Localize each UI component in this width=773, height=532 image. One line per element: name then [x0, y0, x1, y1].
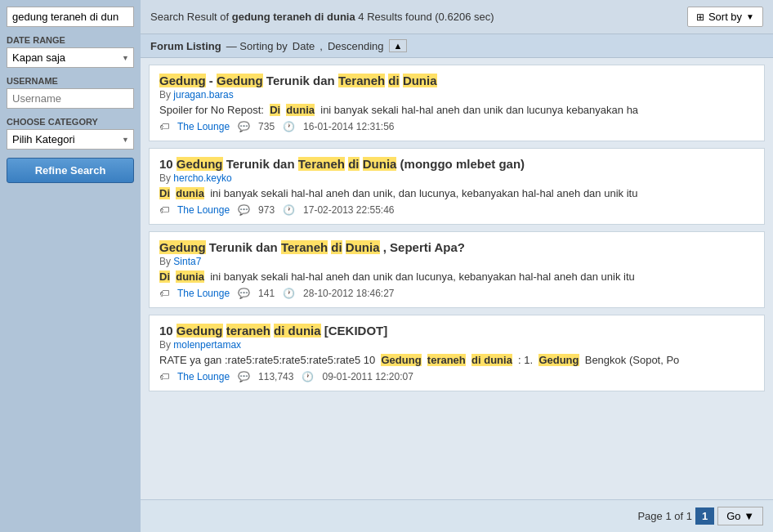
result-item: 10 Gedung teraneh di dunia [CEKIDOT] By … — [149, 315, 765, 391]
category-link-4[interactable]: The Lounge — [177, 371, 230, 382]
result-by-3: By Sinta7 — [159, 256, 754, 267]
results-area: Gedung - Gedung Terunik dan Teraneh di D… — [141, 58, 773, 499]
result-meta-2: 🏷 The Lounge 💬 973 🕐 17-02-2013 22:55:46 — [159, 204, 754, 216]
date-1: 16-01-2014 12:31:56 — [303, 121, 394, 132]
title-highlight: Dunia — [403, 74, 437, 87]
pagination-bar: Page 1 of 1 1 Go ▼ — [141, 499, 773, 532]
result-title-3: Gedung Terunik dan Teraneh di Dunia , Se… — [159, 240, 754, 254]
result-snippet-1: Spoiler for No Repost: Di dunia ini bany… — [159, 104, 754, 116]
result-snippet-3: Di dunia ini banyak sekali hal-hal aneh … — [159, 270, 754, 283]
username-label: USERNAME — [7, 76, 134, 86]
tag-icon: 🏷 — [159, 204, 169, 216]
forum-listing-bar: Forum Listing — Sorting by Date, Descend… — [141, 34, 773, 58]
result-title-1: Gedung - Gedung Terunik dan Teraneh di D… — [159, 74, 754, 87]
result-item: Gedung Terunik dan Teraneh di Dunia , Se… — [149, 231, 765, 308]
date-4: 09-01-2011 12:20:07 — [322, 371, 413, 382]
main-content: Search Result of gedung teraneh di dunia… — [141, 0, 773, 532]
results-count: 4 Results found — [358, 11, 431, 23]
result-item: 10 Gedung Terunik dan Teraneh di Dunia (… — [149, 148, 765, 225]
username-section: USERNAME — [7, 76, 134, 109]
sort-field: Date — [293, 40, 315, 52]
search-term: gedung teraneh di dunia — [232, 11, 355, 23]
date-range-select[interactable]: Kapan saja Today This Week This Month Th… — [7, 47, 134, 68]
clock-icon: 🕐 — [283, 121, 295, 132]
reply-count-3: 141 — [258, 288, 275, 299]
author-link-3[interactable]: Sinta7 — [173, 256, 201, 267]
go-button[interactable]: Go ▼ — [717, 507, 763, 525]
grid-icon: ⊞ — [696, 11, 704, 23]
result-prefix: Search Result of — [150, 11, 229, 23]
clock-icon: 🕐 — [283, 204, 295, 216]
result-title-2: 10 Gedung Terunik dan Teraneh di Dunia (… — [159, 157, 754, 171]
top-bar: Search Result of gedung teraneh di dunia… — [141, 0, 773, 34]
page-number-button[interactable]: 1 — [695, 507, 714, 525]
date-3: 28-10-2012 18:46:27 — [303, 288, 394, 299]
page-label: Page 1 of 1 — [637, 510, 692, 522]
author-link-2[interactable]: hercho.keyko — [173, 172, 231, 184]
refine-search-button[interactable]: Refine Search — [7, 158, 134, 183]
category-link-3[interactable]: The Lounge — [177, 288, 230, 299]
sort-direction: Descending — [328, 40, 384, 52]
date-2: 17-02-2013 22:55:46 — [303, 204, 394, 216]
username-input[interactable] — [7, 88, 134, 109]
category-select[interactable]: Pilih Kategori The Lounge Other — [7, 129, 134, 150]
result-snippet-2: Di dunia ini banyak sekali hal-hal aneh … — [159, 187, 754, 199]
result-snippet-4: RATE ya gan :rate5:rate5:rate5:rate5:rat… — [159, 354, 754, 366]
sort-label: Sort by — [708, 11, 742, 23]
category-label: CHOOSE CATEGORY — [7, 117, 134, 127]
reply-icon: 💬 — [238, 288, 250, 299]
result-item: Gedung - Gedung Terunik dan Teraneh di D… — [149, 65, 765, 141]
tag-icon: 🏷 — [159, 371, 169, 382]
result-meta-4: 🏷 The Lounge 💬 113,743 🕐 09-01-2011 12:2… — [159, 371, 754, 382]
sorting-prefix: — Sorting by — [226, 40, 288, 52]
title-highlight: di — [388, 74, 399, 87]
title-highlight: Gedung — [159, 74, 206, 87]
category-section: CHOOSE CATEGORY Pilih Kategori The Loung… — [7, 117, 134, 150]
search-result-text: Search Result of gedung teraneh di dunia… — [150, 11, 494, 23]
tag-icon: 🏷 — [159, 121, 169, 132]
search-input-top[interactable] — [7, 7, 134, 27]
reply-icon: 💬 — [238, 204, 250, 216]
author-link-1[interactable]: juragan.baras — [173, 89, 233, 101]
sort-chevron-icon: ▼ — [746, 12, 754, 21]
search-time: (0.6206 sec) — [435, 11, 494, 23]
tag-icon: 🏷 — [159, 288, 169, 299]
clock-icon: 🕐 — [283, 288, 295, 299]
category-link-2[interactable]: The Lounge — [177, 204, 230, 216]
result-by-2: By hercho.keyko — [159, 172, 754, 184]
forum-listing-label: Forum Listing — [150, 40, 221, 52]
title-highlight: Gedung — [217, 74, 263, 87]
sidebar: DATE RANGE Kapan saja Today This Week Th… — [0, 0, 141, 532]
result-by-1: By juragan.baras — [159, 89, 754, 101]
title-highlight: Teraneh — [338, 74, 385, 87]
reply-icon: 💬 — [238, 371, 250, 382]
result-meta-1: 🏷 The Lounge 💬 735 🕐 16-01-2014 12:31:56 — [159, 121, 754, 132]
reply-count-1: 735 — [258, 121, 275, 132]
result-title-4: 10 Gedung teraneh di dunia [CEKIDOT] — [159, 324, 754, 338]
author-link-4[interactable]: molenpertamax — [173, 339, 241, 351]
category-link-1[interactable]: The Lounge — [177, 121, 230, 132]
result-by-4: By molenpertamax — [159, 339, 754, 351]
sort-by-button[interactable]: ⊞ Sort by ▼ — [687, 7, 763, 27]
clock-icon: 🕐 — [302, 371, 314, 382]
reply-count-2: 973 — [258, 204, 275, 216]
sort-direction-toggle[interactable]: ▲ — [389, 39, 408, 52]
reply-icon: 💬 — [238, 121, 250, 132]
date-range-label: DATE RANGE — [7, 35, 134, 45]
date-range-section: DATE RANGE Kapan saja Today This Week Th… — [7, 35, 134, 68]
result-meta-3: 🏷 The Lounge 💬 141 🕐 28-10-2012 18:46:27 — [159, 288, 754, 299]
reply-count-4: 113,743 — [258, 371, 293, 382]
